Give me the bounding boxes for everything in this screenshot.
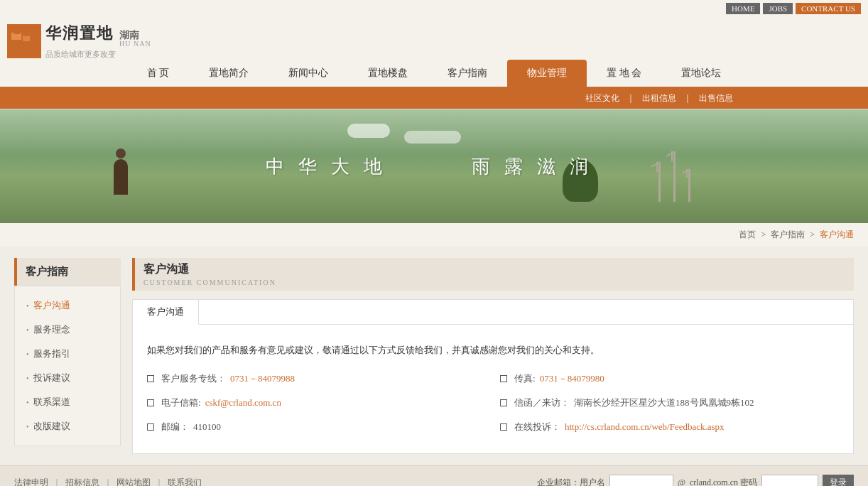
content-title: 客户沟通 CUSTOMER COMMUNICATION: [132, 258, 854, 291]
contact-fax: 传真: 0731－84079980: [500, 369, 839, 388]
breadcrumb-current: 客户沟通: [820, 230, 854, 239]
breadcrumb-home[interactable]: 首页: [739, 230, 756, 239]
subnav: 社区文化 ｜ 出租信息 ｜ 出售信息: [0, 88, 868, 109]
footer-link-tender[interactable]: 招标信息: [65, 477, 99, 486]
footer-link-legal[interactable]: 法律申明: [14, 477, 48, 486]
tab-communication[interactable]: 客户沟通: [133, 300, 199, 325]
contact-phone: 客户服务专线： 0731－84079988: [147, 369, 486, 388]
sidebar-item-service-guide[interactable]: • 服务指引: [15, 342, 120, 366]
online-complaint-link[interactable]: http://cs.crland.com.cn/web/Feedback.asp…: [565, 418, 725, 436]
footer-link-sitemap[interactable]: 网站地图: [116, 477, 151, 486]
footer-links: 法律申明 ｜ 招标信息 ｜ 网站地图 ｜ 联系我们: [14, 477, 202, 486]
breadcrumb: 首页 > 客户指南 > 客户沟通: [0, 223, 868, 247]
username-input[interactable]: [609, 475, 673, 486]
subnav-sale[interactable]: 出售信息: [692, 91, 740, 106]
contact-address: 信函／来访： 湖南长沙经开区星沙大道188号凤凰城9栋102: [500, 394, 839, 412]
sidebar-item-revision[interactable]: • 改版建议: [15, 414, 120, 438]
svg-rect-1: [14, 30, 20, 34]
nav-item-club[interactable]: 置 地 会: [587, 60, 661, 87]
contact-grid: 客户服务专线： 0731－84079988 传真: 0731－84079980 …: [147, 369, 839, 436]
svg-rect-3: [24, 33, 28, 36]
nav-item-guide[interactable]: 客户指南: [428, 60, 507, 87]
svg-marker-4: [11, 40, 21, 47]
svg-rect-2: [23, 36, 30, 41]
nav-item-news[interactable]: 新闻中心: [268, 60, 348, 87]
contact-postal: 邮编： 410100: [147, 418, 486, 436]
sidebar-item-complaint[interactable]: • 投诉建议: [15, 366, 120, 390]
nav-item-home[interactable]: 首 页: [127, 60, 190, 87]
footer-email-area: 企业邮箱：用户名 @ crland.com.cn 密码 登录: [537, 475, 854, 486]
footer: 法律申明 ｜ 招标信息 ｜ 网站地图 ｜ 联系我们 企业邮箱：用户名 @ crl…: [0, 465, 868, 486]
phone-link[interactable]: 0731－84079988: [230, 369, 295, 388]
logo-text: 华润置地 湖南 HU NAN 品质给城市更多改变: [45, 23, 151, 60]
tab-container: 客户沟通 如果您对我们的产品和服务有意见或建议，敬请通过以下方式反馈给我们，并真…: [132, 299, 854, 454]
sidebar-title: 客户指南: [14, 258, 121, 286]
contact-online: 在线投诉： http://cs.crland.com.cn/web/Feedba…: [500, 418, 839, 436]
main-nav: 首 页 置地简介 新闻中心 置地楼盘 客户指南 物业管理 置 地 会 置地论坛: [0, 60, 868, 88]
home-btn[interactable]: HOME: [726, 3, 760, 14]
nav-item-estate[interactable]: 置地楼盘: [348, 60, 428, 87]
tabs: 客户沟通: [133, 300, 853, 325]
fax-link[interactable]: 0731－84079980: [540, 369, 604, 388]
sidebar-item-communication[interactable]: • 客户沟通: [15, 293, 120, 318]
sidebar-item-channel[interactable]: • 联系渠道: [15, 390, 120, 414]
subnav-community[interactable]: 社区文化: [578, 91, 626, 106]
email-link[interactable]: cskf@crland.com.cn: [205, 394, 281, 412]
contract-btn[interactable]: CONTRACT US: [796, 3, 861, 14]
sidebar-menu: • 客户沟通 • 服务理念 • 服务指引 • 投诉建议 • 联系渠道 • 改版建…: [14, 286, 121, 446]
subnav-rent[interactable]: 出租信息: [635, 91, 683, 106]
tab-content: 如果您对我们的产品和服务有意见或建议，敬请通过以下方式反馈给我们，并真诚感谢您对…: [133, 325, 853, 453]
nav-item-property[interactable]: 物业管理: [507, 60, 587, 87]
login-button[interactable]: 登录: [823, 475, 854, 486]
nav-item-intro[interactable]: 置地简介: [189, 60, 268, 87]
contact-email: 电子信箱: cskf@crland.com.cn: [147, 394, 486, 412]
banner-text: 中华大地 雨露滋润: [266, 154, 602, 179]
password-input[interactable]: [761, 475, 818, 486]
breadcrumb-parent[interactable]: 客户指南: [771, 230, 805, 239]
footer-link-contact[interactable]: 联系我们: [168, 477, 202, 486]
logo-icon: [7, 24, 41, 58]
jobs-btn[interactable]: JOBS: [763, 3, 793, 14]
nav-item-forum[interactable]: 置地论坛: [661, 60, 741, 87]
banner: 中华大地 雨露滋润: [0, 109, 868, 223]
sidebar-item-philosophy[interactable]: • 服务理念: [15, 318, 120, 342]
content-area: 客户沟通 CUSTOMER COMMUNICATION 客户沟通 如果您对我们的…: [132, 258, 854, 454]
logo: 华润置地 湖南 HU NAN 品质给城市更多改变: [7, 23, 151, 60]
sidebar: 客户指南 • 客户沟通 • 服务理念 • 服务指引 • 投诉建议 • 联系渠道: [14, 258, 121, 454]
